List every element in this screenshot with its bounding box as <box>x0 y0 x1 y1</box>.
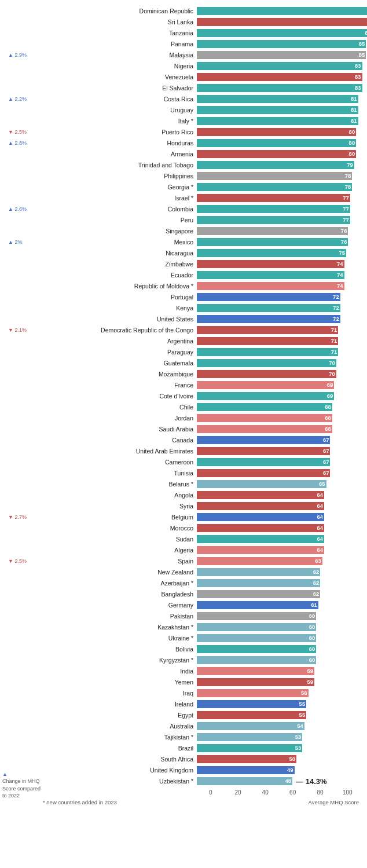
chart-row: Jordan68 <box>41 413 361 423</box>
bar-value-label: 64 <box>317 524 324 532</box>
bar: 80 <box>197 150 356 158</box>
bar-area: 74 <box>197 282 361 290</box>
chart-row: Pakistan60 <box>41 611 361 621</box>
bar-area: 83 <box>197 84 362 92</box>
bar: 81 <box>197 106 358 114</box>
bar: 64 <box>197 546 324 554</box>
country-name: Cameroon <box>165 459 193 466</box>
chart-row: Azerbaijan *62 <box>41 578 361 588</box>
country-name: United Arab Emirates <box>136 448 193 455</box>
country-label: Morocco <box>41 525 197 532</box>
bar-value-label: 75 <box>339 249 345 257</box>
bar-area: 61 <box>197 601 361 609</box>
country-label: Argentina <box>41 338 197 345</box>
country-name: Uzbekistan * <box>159 778 193 785</box>
country-name: Kyrgyzstan * <box>159 657 193 664</box>
chart-row: Cameroon67 <box>41 457 361 467</box>
chart-row: Bangladesh62 <box>41 589 361 599</box>
bar: 67 <box>197 447 330 455</box>
bar: 60 <box>197 612 316 620</box>
country-name: Georgia * <box>168 184 193 191</box>
country-label: Belarus * <box>41 481 197 488</box>
country-name: Kenya <box>176 305 193 312</box>
country-label: Brazil <box>41 745 197 752</box>
bar-area: 69 <box>197 392 361 400</box>
bar-value-label: 80 <box>349 150 355 158</box>
country-name: Mexico <box>174 239 193 246</box>
chart-row: Ireland55 <box>41 699 361 709</box>
country-name: South Africa <box>160 756 193 763</box>
bar-value-label: 62 <box>313 579 320 587</box>
country-label: Guatemala <box>41 360 197 367</box>
bar-area: 81 <box>197 106 361 114</box>
bar: 77 <box>197 216 350 224</box>
bar: 60 <box>197 645 316 653</box>
bar-area: 83 <box>197 73 362 81</box>
country-label: Angola <box>41 492 197 499</box>
chart-row: Algeria64 <box>41 545 361 555</box>
chart-row: Venezuela83 <box>41 72 361 82</box>
bar-area: 59 <box>197 678 361 686</box>
chart-row: Sri Lanka89 <box>41 17 361 27</box>
bar-area: 64 <box>197 535 361 543</box>
bar-area: 67 <box>197 469 361 477</box>
bar-area: 80 <box>197 150 361 158</box>
bar: 85 <box>197 40 366 48</box>
country-name: Mozambique <box>159 371 193 378</box>
chart-row: Iraq56 <box>41 688 361 698</box>
bar-value-label: 71 <box>331 326 337 334</box>
bar-area: 64 <box>197 546 361 554</box>
bar-value-label: 67 <box>323 436 329 444</box>
annotation-label: ▲ 2.8% <box>8 140 27 146</box>
bar-area: 62 <box>197 568 361 576</box>
country-name: Australia <box>170 723 193 730</box>
country-label: Germany <box>41 602 197 609</box>
bar-value-label: 53 <box>295 744 302 752</box>
annotation-label: ▲ 2.9% <box>8 52 27 58</box>
country-name: Germany <box>168 602 193 609</box>
chart-row: Kenya72 <box>41 303 361 313</box>
footnote: * new countries added in 2023 <box>43 799 117 805</box>
bar-value-label: 48 <box>285 777 292 785</box>
bar: 53 <box>197 744 302 752</box>
bar: 62 <box>197 568 320 576</box>
bar-value-label: 71 <box>331 337 337 345</box>
bar-area: 83 <box>197 62 362 70</box>
bar: 80 <box>197 139 356 147</box>
x-axis-label: Average MHQ Score <box>309 799 359 805</box>
country-label: Dominican Republic <box>41 8 197 14</box>
country-label: Azerbaijan * <box>41 580 197 587</box>
bar: 72 <box>197 293 340 301</box>
country-label: India <box>41 668 197 675</box>
chart-row: ▲ 2%Mexico76 <box>41 237 361 247</box>
bar-value-label: 83 <box>355 62 361 70</box>
bar-area: 80 <box>197 128 361 136</box>
chart-row: Ukraine *60 <box>41 633 361 643</box>
country-label: Kenya <box>41 305 197 312</box>
chart-row: Dominican Republic91 <box>41 6 361 16</box>
bar-area: 49 <box>197 766 361 774</box>
bar: 60 <box>197 623 316 631</box>
chart-row: Brazil53 <box>41 743 361 753</box>
bar: 91 <box>197 7 367 15</box>
bar-area: 71 <box>197 326 361 334</box>
country-name: Syria <box>179 503 193 510</box>
bar-value-label: 62 <box>313 590 320 598</box>
country-name: Ukraine * <box>168 635 193 642</box>
footer: * new countries added in 2023 Average MH… <box>41 799 361 805</box>
bar-area: 85 <box>197 40 366 48</box>
bar-area: 56 <box>197 689 361 697</box>
country-name: Tanzania <box>169 30 193 36</box>
country-name: Ecuador <box>171 272 193 279</box>
country-name: Democratic Republic of the Congo <box>101 327 193 334</box>
country-label: Panama <box>41 41 197 47</box>
bar: 69 <box>197 381 334 389</box>
country-label: ▼ 2.5%Spain <box>41 558 197 565</box>
bar-value-label: 60 <box>309 645 315 653</box>
bar: 71 <box>197 337 338 345</box>
bar: 83 <box>197 84 362 92</box>
bar-area: 72 <box>197 304 361 312</box>
bar-value-label: 81 <box>351 117 357 125</box>
bar-area: 48— 14.3% <box>197 777 361 785</box>
bar: 68 <box>197 414 332 422</box>
